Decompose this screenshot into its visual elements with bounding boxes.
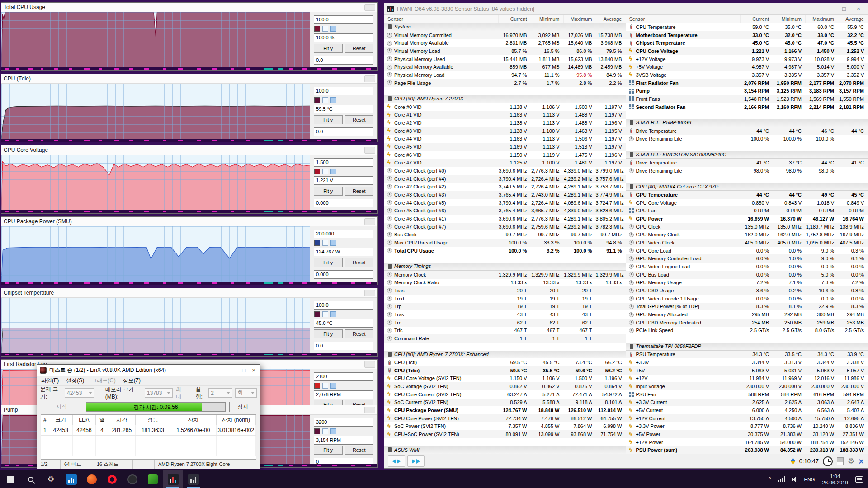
sensor-row[interactable]: +5V5.063 V5.031 V5.063 V5.057 V [626, 366, 868, 375]
graph-window-button[interactable] [364, 407, 375, 413]
sensor-section-row[interactable]: CPU [#0]: AMD Ryzen 7 2700X [384, 95, 626, 103]
sensor-row[interactable]: +5V Power30.375 W21.383 W33.120 W27.351 … [626, 430, 868, 438]
swap-columns-button[interactable] [388, 455, 405, 467]
sensor-row[interactable]: GPU Core Load0.0 %0.0 %9.0 %0.3 % [626, 247, 868, 255]
sensor-section-row[interactable]: CPU [#0]: AMD Ryzen 7 2700X: Enhanced [384, 351, 626, 359]
line-color-swatch[interactable] [314, 97, 320, 103]
sensor-row[interactable]: Virtual Memory Available2,831 MB2,765 MB… [384, 39, 626, 47]
sort-arrows-icon[interactable] [791, 458, 795, 465]
graph-title-bar[interactable]: Total CPU Usage [1, 3, 377, 12]
graph-window-button[interactable] [364, 147, 375, 154]
grid-color-swatch[interactable] [330, 26, 336, 32]
taskbar-app-orange[interactable] [81, 470, 102, 488]
sensor-row[interactable]: Core #4 VID1.163 V1.113 V1.506 V1.197 V [384, 135, 626, 143]
sensor-row[interactable]: Page File Usage2.7 %1.7 %2.8 %2.2 % [384, 79, 626, 87]
sensor-row[interactable]: CPU Core Current (SVI2 TFN)63.247 A5.271… [384, 390, 626, 399]
sensor-row[interactable]: +12V11.984 V11.969 V12.016 V11.986 V [626, 375, 868, 383]
sensor-row[interactable]: Virtual Memory Load85.7 %16.5 %86.0 %79.… [384, 47, 626, 55]
sensor-row[interactable]: Memory Clock Ratio13.33 x13.33 x13.33 x1… [384, 279, 626, 287]
graph-title-bar[interactable]: CPU (Tdie) [1, 74, 377, 84]
sensor-section-row[interactable]: Thermaltake TPI-0850F2FDP [626, 343, 868, 351]
linx-title-bar[interactable]: 테스트 중 (1/2) - LinX v0.8.0K AMD Edition (… [37, 365, 260, 376]
sensor-row[interactable]: PCIe Link Speed2.5 GT/s2.5 GT/s8.0 GT/s2… [626, 327, 868, 335]
column-header-sensor[interactable]: Sensor [384, 16, 498, 22]
sensor-section-row[interactable]: S.M.A.R.T.: R5MP480G8 [626, 119, 868, 127]
graph-title-bar[interactable]: CPU Package Power (SMU) [1, 217, 377, 226]
settings-gear-icon[interactable]: ⚙ [848, 456, 854, 466]
sensor-row[interactable]: Core #1 VID1.163 V1.113 V1.488 V1.197 V [384, 111, 626, 119]
graph-window-button[interactable] [364, 218, 375, 225]
minimize-icon[interactable]: – [232, 367, 236, 374]
settings-button[interactable]: ⚙ [41, 470, 61, 488]
sensor-row[interactable]: PSU Temperature34.3 °C33.5 °C34.3 °C33.9… [626, 351, 868, 359]
maximize-icon[interactable]: □ [838, 5, 850, 12]
sensor-row[interactable]: Total CPU Usage100.0 %3.2 %100.0 %91.1 % [384, 247, 626, 255]
column-header-average[interactable]: Average [596, 15, 626, 23]
sensor-row[interactable]: Core #3 VID1.138 V1.100 V1.463 V1.195 V [384, 127, 626, 135]
sensor-row[interactable]: SoC Power (SVI2 TFN)7.357 W4.855 W7.864 … [384, 422, 626, 431]
sensor-row[interactable]: First Radiator Fan2,076 RPM1,950 RPM2,17… [626, 79, 868, 87]
close-icon[interactable]: × [252, 367, 255, 374]
fit-y-button[interactable]: Fit y [314, 187, 343, 196]
background-color-swatch[interactable] [322, 26, 328, 32]
sensor-section-row[interactable]: GPU [#0]: NVIDIA GeForce GTX 970: [626, 183, 868, 191]
sensor-row[interactable]: Bus Clock99.7 MHz99.7 MHz99.7 MHz99.7 MH… [384, 230, 626, 239]
sensor-row[interactable]: Drive Remaining Life98.0 %98.0 %98.0 % [626, 167, 868, 175]
line-color-swatch[interactable] [314, 428, 320, 434]
sensor-row[interactable]: GPU D3D Memory Dedicated254 MB250 MB259 … [626, 319, 868, 327]
sensor-row[interactable]: Core #6 Clock (perf #1)3,690.6 MHz2,776.… [384, 215, 626, 223]
graph-current-value-field[interactable]: 1.221 V [314, 176, 373, 185]
reset-button[interactable]: Reset [345, 115, 374, 124]
sensor-row[interactable]: Input Voltage230.000 V230.000 V230.000 V… [626, 382, 868, 390]
taskbar-app-green[interactable] [142, 470, 163, 488]
column-header-maximum[interactable]: Maximum [805, 15, 838, 23]
menu-info[interactable]: 정보(Z) [123, 377, 141, 385]
line-color-swatch[interactable] [314, 240, 320, 246]
sensor-row[interactable]: CPU (Tctl)69.5 °C45.5 °C73.4 °C66.2 °C [384, 358, 626, 366]
taskbar-app-monitor[interactable] [61, 470, 81, 488]
column-header-current[interactable]: Current [740, 15, 773, 23]
sensor-row[interactable]: GPU Video Engine Load0.0 %0.0 %0.0 %0.0 … [626, 263, 868, 271]
background-color-swatch[interactable] [322, 383, 328, 389]
graph-max-field[interactable]: 3200 [314, 418, 373, 427]
grid-color-swatch[interactable] [330, 383, 336, 389]
graph-min-field[interactable]: 0.000 [314, 199, 373, 207]
runs-select[interactable]: 2 [208, 388, 232, 398]
hwinfo-title-bar[interactable]: HWiNFO64 v6.08-3830 Sensor Status [84 va… [384, 3, 868, 15]
reset-button[interactable]: Reset [345, 446, 374, 455]
sensor-row[interactable]: +3.3V Power8.777 W8.736 W10.240 W8.836 W [626, 422, 868, 431]
sensor-row[interactable]: Pump3,154 RPM3,125 RPM3,183 RPM3,157 RPM [626, 87, 868, 95]
sensor-row[interactable]: Core #5 Clock (perf #6)3,765.4 MHz3,665.… [384, 206, 626, 215]
reset-button[interactable]: Reset [345, 187, 374, 196]
problem-size-select[interactable]: 42453 [65, 388, 94, 398]
sensor-row[interactable]: CPU Temperature59.0 °C35.0 °C60.0 °C55.9… [626, 23, 868, 31]
graph-max-field[interactable]: 100.0 [314, 301, 373, 310]
sensor-row[interactable]: Second Radiator Fan2,166 RPM2,160 RPM2,2… [626, 103, 868, 111]
sensor-row[interactable]: SoC Voltage (SVI2 TFN)0.862 V0.862 V0.87… [384, 382, 626, 390]
memory-size-select[interactable]: 13783 [145, 388, 173, 398]
sensor-row[interactable]: CPU Core Power (SVI2 TFN)72.734 W7.478 W… [384, 414, 626, 422]
unit-select[interactable]: 회 [235, 388, 257, 398]
sensor-row[interactable]: Command Rate1 T1 T1 T [384, 334, 626, 343]
graph-min-field[interactable]: 0.0 [314, 56, 373, 65]
graph-max-field[interactable]: 100.0 [314, 15, 373, 24]
sensor-row[interactable]: Trfc467 T467 T467 T [384, 327, 626, 335]
sensor-row[interactable]: Core #7 Clock (perf #7)3,690.6 MHz2,759.… [384, 223, 626, 231]
taskbar-app-dark[interactable] [122, 470, 142, 488]
minimize-icon[interactable]: – [823, 5, 836, 12]
sensor-row[interactable]: Drive Remaining Life100.0 %100.0 %100.0 … [626, 135, 868, 143]
fit-y-button[interactable]: Fit y [314, 446, 343, 455]
graph-min-field[interactable]: 0.0 [314, 127, 373, 136]
logging-icon[interactable] [837, 457, 844, 465]
move-value-button[interactable] [407, 455, 425, 467]
graph-current-value-field[interactable]: 2,076 RPM [314, 390, 373, 399]
sensor-row[interactable]: +12V Power164.785 W54.000 W188.754 W152.… [626, 438, 868, 446]
graph-max-field[interactable]: 200.000 [314, 230, 373, 238]
start-button[interactable] [0, 470, 20, 488]
background-color-swatch[interactable] [322, 97, 328, 103]
sensor-row[interactable]: +12V Voltage9.973 V9.973 V10.028 V9.994 … [626, 55, 868, 63]
sensor-section-row[interactable]: ASUS WMI [384, 446, 626, 455]
tray-volume[interactable] [788, 470, 801, 488]
sensor-row[interactable]: Core #5 VID1.169 V1.113 V1.513 V1.197 V [384, 143, 626, 151]
background-color-swatch[interactable] [322, 428, 328, 434]
